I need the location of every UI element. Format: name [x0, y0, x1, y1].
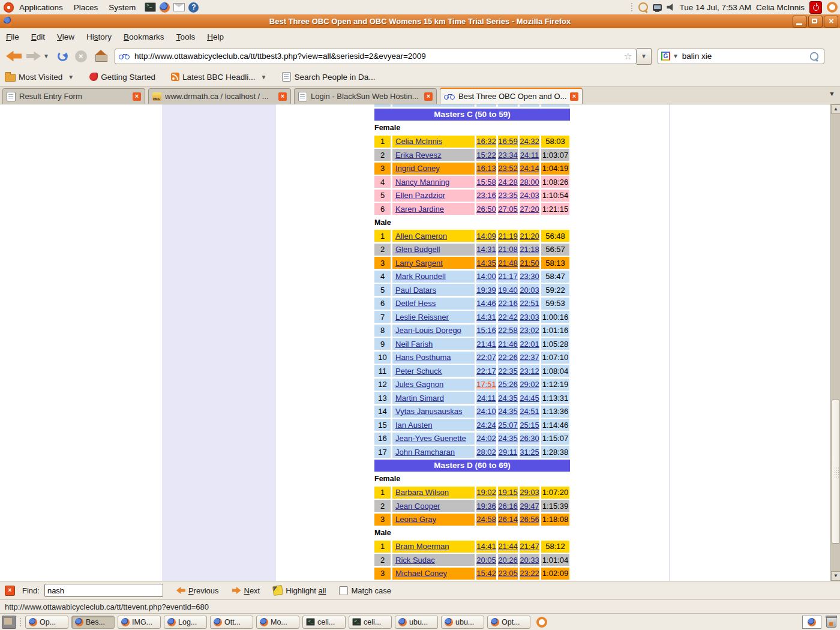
menu-bookmarks[interactable]: Bookmarks	[118, 32, 170, 41]
time-link[interactable]: 23:22	[520, 569, 539, 578]
time-link[interactable]: 24:02	[476, 434, 496, 443]
time-link[interactable]: 23:52	[498, 164, 518, 173]
find-next-button[interactable]: Next	[232, 586, 260, 595]
tab-overflow-icon[interactable]: ▼	[829, 90, 835, 97]
url-dropdown-button[interactable]: ▼	[637, 48, 652, 65]
rider-link[interactable]: Leslie Reissner	[395, 313, 449, 322]
scroll-down-icon[interactable]: ▼	[831, 571, 840, 581]
user-switcher[interactable]: Celia McInnis	[756, 3, 805, 12]
search-tray-icon[interactable]	[638, 2, 648, 12]
time-link[interactable]: 21:44	[498, 542, 518, 551]
menu-history[interactable]: History	[80, 32, 118, 41]
time-link[interactable]: 22:16	[498, 299, 518, 308]
home-icon[interactable]	[95, 55, 107, 62]
url-input[interactable]	[133, 51, 620, 61]
bookmark-item[interactable]: Most Visited▼	[5, 73, 74, 82]
time-link[interactable]: 21:19	[498, 232, 518, 241]
time-link[interactable]: 19:15	[498, 488, 518, 497]
menu-tools[interactable]: Tools	[170, 32, 202, 41]
notification-icon[interactable]	[827, 2, 838, 13]
trash-icon[interactable]	[826, 617, 836, 628]
time-link[interactable]: 16:59	[498, 137, 518, 146]
rider-link[interactable]: Ingrid Coney	[395, 164, 440, 173]
time-link[interactable]: 24:28	[498, 178, 518, 187]
forward-button-icon[interactable]	[26, 52, 41, 61]
rider-link[interactable]: Barbara Wilson	[395, 488, 449, 497]
rider-link[interactable]: Neil Farish	[395, 340, 433, 349]
tab[interactable]: Login - BlackSun Web Hostin...×	[294, 88, 437, 104]
time-link[interactable]: 26:56	[520, 515, 539, 524]
tab-close-icon[interactable]: ×	[424, 92, 433, 101]
help-launcher-icon[interactable]: ?	[188, 2, 199, 13]
time-link[interactable]: 29:11	[499, 448, 518, 457]
time-link[interactable]: 14:46	[476, 299, 496, 308]
scroll-up-icon[interactable]: ▲	[831, 104, 840, 114]
taskbar-window-button[interactable]: Ott...	[210, 616, 253, 629]
rider-link[interactable]: Rick Sudac	[395, 556, 435, 565]
close-button[interactable]: ×	[824, 16, 838, 28]
time-link[interactable]: 21:48	[498, 259, 518, 268]
time-link[interactable]: 24:32	[520, 137, 539, 146]
time-link[interactable]: 24:35	[498, 407, 518, 416]
time-link[interactable]: 24:03	[520, 191, 539, 200]
time-link[interactable]: 23:16	[476, 191, 496, 200]
search-go-icon[interactable]	[810, 52, 818, 60]
rider-link[interactable]: Celia McInnis	[395, 137, 442, 146]
time-link[interactable]: 20:05	[476, 556, 496, 565]
reload-icon[interactable]	[58, 51, 68, 61]
rider-link[interactable]: Nancy Manning	[395, 178, 449, 187]
workspace-switcher[interactable]	[802, 616, 821, 629]
time-link[interactable]: 29:02	[520, 380, 539, 389]
menu-places[interactable]: Places	[68, 3, 104, 12]
time-link[interactable]: 23:12	[520, 367, 539, 376]
time-link[interactable]: 24:51	[520, 407, 539, 416]
scrollbar-thumb[interactable]	[832, 400, 840, 544]
time-link[interactable]: 24:24	[476, 421, 496, 430]
time-link[interactable]: 22:42	[498, 313, 518, 322]
time-link[interactable]: 21:18	[520, 245, 539, 254]
bookmark-star-icon[interactable]: ☆	[620, 50, 636, 62]
time-link[interactable]: 23:05	[498, 569, 518, 578]
bookmark-item[interactable]: Search People in Da...	[282, 72, 375, 82]
rider-link[interactable]: Detlef Hess	[395, 299, 436, 308]
rider-link[interactable]: Vytas Janusauskas	[395, 407, 463, 416]
time-link[interactable]: 25:15	[520, 421, 539, 430]
time-link[interactable]: 21:50	[520, 259, 539, 268]
rider-link[interactable]: John Ramcharan	[395, 448, 455, 457]
time-link[interactable]: 23:34	[498, 151, 518, 160]
tab-close-icon[interactable]: ×	[278, 92, 287, 101]
rider-link[interactable]: Jean Cooper	[395, 502, 440, 511]
rider-link[interactable]: Karen Jardine	[395, 205, 444, 214]
time-link[interactable]: 28:00	[520, 178, 539, 187]
time-link[interactable]: 21:41	[476, 340, 496, 349]
time-link[interactable]: 21:20	[520, 232, 539, 241]
time-link[interactable]: 27:05	[498, 205, 518, 214]
search-box[interactable]: G ▼	[658, 49, 824, 64]
rider-link[interactable]: Ian Austen	[395, 421, 432, 430]
time-link[interactable]: 26:16	[498, 502, 518, 511]
time-link[interactable]: 25:26	[498, 380, 518, 389]
time-link[interactable]: 28:02	[476, 448, 496, 457]
bookmark-item[interactable]: Latest BBC Headli...▼	[171, 73, 266, 82]
time-link[interactable]: 24:11	[520, 151, 539, 160]
menu-file[interactable]: File	[0, 32, 25, 41]
taskbar-window-button[interactable]: ubu...	[441, 616, 484, 629]
taskbar-window-button[interactable]: ubu...	[395, 616, 438, 629]
rider-link[interactable]: Jules Gagnon	[395, 380, 443, 389]
taskbar-window-button[interactable]: Op...	[25, 616, 68, 629]
time-link[interactable]: 14:31	[476, 313, 496, 322]
rider-link[interactable]: Hans Posthuma	[395, 353, 451, 362]
time-link[interactable]: 14:35	[476, 259, 496, 268]
time-link[interactable]: 22:17	[476, 367, 496, 376]
rider-link[interactable]: Peter Schuck	[395, 367, 442, 376]
rider-link[interactable]: Glen Budgell	[395, 245, 440, 254]
time-link[interactable]: 27:20	[520, 205, 539, 214]
time-link[interactable]: 14:31	[476, 245, 496, 254]
time-link[interactable]: 19:02	[476, 488, 496, 497]
tab[interactable]: www.drmath.ca / localhost / ...×	[148, 88, 291, 104]
time-link[interactable]: 22:37	[520, 353, 539, 362]
ubuntu-logo-icon[interactable]	[4, 2, 14, 13]
time-link[interactable]: 20:33	[520, 556, 539, 565]
time-link[interactable]: 29:47	[520, 502, 539, 511]
time-link[interactable]: 24:10	[476, 407, 496, 416]
